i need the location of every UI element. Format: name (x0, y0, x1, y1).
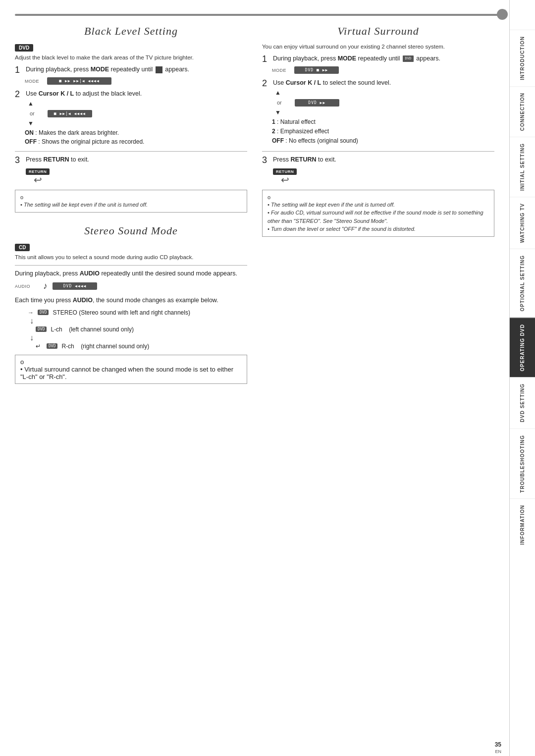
virtual-surround-intro: You can enjoy virtual surround on your e… (262, 44, 494, 50)
step2-text: Use Cursor K / L to adjust the black lev… (26, 90, 142, 99)
stereo-step2: Each time you press AUDIO, the sound mod… (15, 296, 247, 350)
vs-return-label: RETURN (273, 168, 297, 175)
chain-down-arrow2: ↓ (30, 334, 34, 342)
audio-row: AUDIO ♪ DVD ◀◀◀◀ (15, 281, 247, 291)
black-level-section: Black Level Setting DVD Adjust the black… (15, 25, 247, 384)
stereo-sound-section: Stereo Sound Mode CD This unit allows yo… (15, 224, 247, 384)
black-level-title: Black Level Setting (15, 25, 247, 38)
stereo-note-circle: o (20, 358, 24, 366)
stereo-intro: This unit allows you to select a sound m… (15, 254, 247, 260)
sidebar-item-watching-tv: WATCHING TV (510, 197, 535, 249)
arrow-up: ▲ (28, 101, 35, 107)
chain-down1: ↓ (28, 317, 247, 325)
sidebar-item-troubleshooting: TROUBLESHOOTING (510, 429, 535, 499)
chain-text-lch: L-ch (left channel sound only) (51, 326, 133, 333)
mode-label: MODE (25, 79, 39, 84)
sidebar-item-operating-dvd: OPERATING DVD (510, 318, 535, 378)
chain-lch: DVD L-ch (left channel sound only) (36, 326, 247, 333)
page-number: 35 (495, 741, 501, 748)
sound-chain: → DVD STEREO (Stereo sound with left and… (28, 309, 247, 350)
chain-badge-rch: DVD (47, 343, 57, 349)
page-en-label: EN (495, 749, 501, 754)
vs-step-number-2: 2 (262, 79, 270, 88)
vs-arrow-up: ▲ (275, 90, 282, 96)
divider-stereo (15, 265, 247, 266)
sidebar-item-information: INFORMATION (510, 498, 535, 551)
vs-step2-text: Use Cursor K / L to select the sound lev… (273, 79, 391, 88)
dvd-badge: DVD (15, 44, 33, 52)
chain-down-arrow1: ↓ (30, 317, 34, 325)
vs-item-1: 1 : Natural effect (272, 117, 494, 127)
black-level-step2: 2 Use Cursor K / L to adjust the black l… (15, 90, 247, 146)
black-level-note: • The setting will be kept even if the u… (20, 201, 242, 209)
virtual-surround-section: Virtual Surround You can enjoy virtual s… (262, 25, 494, 384)
stereo-step1: During playback, press AUDIO repeatedly … (15, 270, 247, 292)
chain-stereo: → DVD STEREO (Stereo sound with left and… (28, 309, 247, 316)
vs-step2-screen: DVD ▶▶ (295, 99, 339, 107)
or-label: or (30, 110, 35, 116)
black-level-note-box: o • The setting will be kept even if the… (15, 190, 247, 213)
chain-badge-lch: DVD (36, 326, 47, 332)
vs-divider (262, 151, 494, 152)
black-level-intro: Adjust the black level to make the dark … (15, 54, 247, 60)
audio-label: AUDIO (15, 284, 30, 289)
step1-text: During playback, press MODE repeatedly u… (26, 65, 189, 74)
vs-return-icon: ↩ (281, 175, 289, 185)
vs-step3: 3 Press RETURN to exit. RETURN ↩ (262, 156, 494, 185)
sidebar: INTRODUCTION CONNECTION INITIAL SETTING … (509, 0, 535, 756)
divider-1 (15, 151, 247, 152)
on-note: ON : Makes the dark areas brighter. (25, 128, 247, 137)
stereo-step2-text: Each time you press AUDIO, the sound mod… (15, 296, 247, 305)
stereo-note-box: o • Virtual surround cannot be changed w… (15, 355, 247, 384)
vs-note1: • The setting will be kept even if the u… (268, 201, 489, 209)
black-level-step1: 1 During playback, press MODE repeatedly… (15, 65, 247, 85)
off-note: OFF : Shows the original picture as reco… (25, 137, 247, 146)
main-content: Black Level Setting DVD Adjust the black… (0, 0, 509, 756)
arrows-row: ▲ or ▼ ■ ▶▶|◀ ◀◀◀◀ (28, 101, 247, 126)
chain-down2: ↓ (28, 334, 247, 342)
chain-badge-stereo: DVD (38, 310, 49, 315)
note-circle: o (20, 194, 23, 200)
stereo-note: • Virtual surround cannot be changed whe… (20, 366, 242, 380)
vs-arrow-down: ▼ (275, 109, 282, 115)
vs-note-box: o • The setting will be kept even if the… (262, 190, 494, 237)
sidebar-item-optional-setting: OPTIONAL SETTING (510, 249, 535, 318)
sidebar-item-connection: CONNECTION (510, 86, 535, 137)
vs-step1: 1 During playback, press MODE repeatedly… (262, 54, 494, 74)
vs-or-label: or (277, 100, 282, 106)
step3-text: Press RETURN to exit. (26, 156, 89, 164)
stereo-step1-text: During playback, press AUDIO repeatedly … (15, 270, 247, 278)
vs-return-button-mockup: RETURN ↩ (273, 168, 297, 185)
cd-badge: CD (15, 244, 30, 251)
step1-screen: ■ ▶▶ ▶▶|◀ ◀◀◀◀ (47, 77, 111, 85)
stereo-title: Stereo Sound Mode (15, 224, 247, 237)
sidebar-item-introduction: INTRODUCTION (510, 30, 535, 86)
vs-step1-screen: DVD ■ ▶▶ (294, 66, 339, 74)
vs-step3-text: Press RETURN to exit. (273, 156, 336, 164)
chain-arrow-stereo: → (28, 309, 34, 316)
music-note-icon: ♪ (43, 281, 48, 291)
return-button-mockup: RETURN ↩ (26, 168, 50, 185)
virtual-surround-title: Virtual Surround (262, 25, 494, 38)
step2-screen: ■ ▶▶|◀ ◀◀◀◀ (48, 110, 92, 117)
return-icon: ↩ (34, 175, 42, 185)
vs-step1-text: During playback, press MODE repeatedly u… (273, 54, 440, 63)
chain-text-stereo: STEREO (Stereo sound with left and right… (53, 309, 190, 316)
chain-text-rch: R-ch (right channel sound only) (61, 343, 149, 350)
sidebar-item-initial-setting: INITIAL SETTING (510, 137, 535, 197)
vs-note-circle: o (268, 194, 270, 200)
vs-off: OFF : No effects (original sound) (272, 136, 494, 146)
sidebar-item-dvd-setting: DVD SETTING (510, 377, 535, 428)
step1-display-row: MODE ■ ▶▶ ▶▶|◀ ◀◀◀◀ (25, 77, 247, 85)
vs-arrows-row: ▲ or ▼ DVD ▶▶ (275, 90, 494, 115)
vs-note2: • For audio CD, virtual surround will no… (268, 209, 489, 225)
step-number-1: 1 (15, 65, 23, 74)
vs-step1-display-row: MODE DVD ■ ▶▶ (272, 66, 494, 74)
black-level-step3: 3 Press RETURN to exit. RETURN ↩ (15, 156, 247, 185)
vs-step-number-3: 3 (262, 156, 270, 164)
vs-numbered-items: 1 : Natural effect 2 : Emphasized effect… (272, 117, 494, 146)
audio-screen: DVD ◀◀◀◀ (53, 282, 97, 290)
step-number-3: 3 (15, 156, 23, 164)
vs-mode-label: MODE (272, 68, 286, 73)
chain-rch: ↵ DVD R-ch (right channel sound only) (36, 343, 247, 350)
